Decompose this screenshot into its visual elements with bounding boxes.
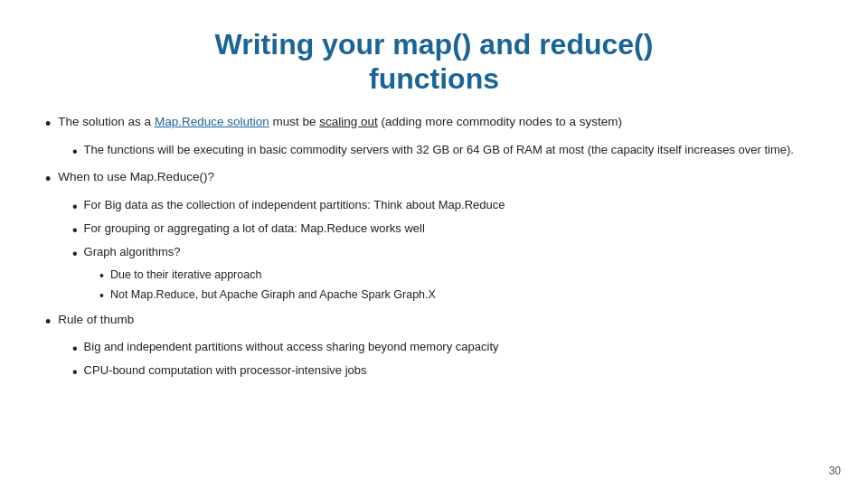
bullet-2-sub-3-sub-2: • Not Map.Reduce, but Apache Giraph and … [99,286,823,305]
slide: Writing your map() and reduce() function… [0,0,868,488]
bullet-2-dot: • [45,168,51,191]
bullet-2-sub-2-dot: • [72,220,78,241]
bullet-2-sub-3: • Graph algorithms? [72,243,823,265]
title-line2: functions [369,62,499,95]
bullet-3-sub-1-dot: • [72,338,78,360]
bullet-1-sub-1-text: The functions will be executing in basic… [84,141,794,159]
bullet-3-sub-2-dot: • [72,361,78,383]
bullet-2-text: When to use Map.Reduce()? [58,168,214,186]
bullet-2-sub-1: • For Big data as the collection of inde… [72,196,823,218]
bullet-2: • When to use Map.Reduce()? [45,168,823,191]
title-line1: Writing your map() and reduce() [215,28,654,61]
slide-title: Writing your map() and reduce() function… [45,27,823,97]
bullet-3-dot: • [45,311,51,333]
bullet-2-sub-3-sub-2-dot: • [99,286,104,305]
mapreduce-link: Map.Reduce solution [155,115,269,128]
bullet-2-sub-1-dot: • [72,196,78,218]
scaling-out-text: scaling out [319,115,378,128]
bullet-3-sub-2-text: CPU-bound computation with processor-int… [84,361,367,380]
bullet-3-sub-1-text: Big and independent partitions without a… [84,338,499,356]
bullet-2-sub-3-sub-1-dot: • [99,267,104,286]
bullet-2-sub-3-text: Graph algorithms? [84,243,181,261]
bullet-2-sub-3-sub-2-text: Not Map.Reduce, but Apache Giraph and Ap… [110,286,436,304]
bullet-2-sub-3-sub-1-text: Due to their iterative approach [110,267,261,284]
bullet-1-dot: • [45,113,51,136]
bullet-2-sub-2-text: For grouping or aggregating a lot of dat… [84,220,425,238]
slide-content: • The solution as a Map.Reduce solution … [45,113,823,470]
bullet-2-sub-3-dot: • [72,243,78,265]
bullet-3-sub-2: • CPU-bound computation with processor-i… [72,361,823,383]
bullet-1-sub-1-dot: • [72,141,78,163]
bullet-2-sub-2: • For grouping or aggregating a lot of d… [72,220,823,241]
bullet-2-sub-3-sub-1: • Due to their iterative approach [99,267,823,286]
bullet-1: • The solution as a Map.Reduce solution … [45,113,823,136]
page-number: 30 [829,465,841,477]
bullet-3: • Rule of thumb [45,311,823,333]
bullet-3-sub-1: • Big and independent partitions without… [72,338,823,360]
bullet-3-text: Rule of thumb [58,311,134,329]
bullet-1-sub-1: • The functions will be executing in bas… [72,141,823,163]
bullet-2-sub-1-text: For Big data as the collection of indepe… [84,196,505,214]
bullet-1-text: The solution as a Map.Reduce solution mu… [58,113,622,131]
